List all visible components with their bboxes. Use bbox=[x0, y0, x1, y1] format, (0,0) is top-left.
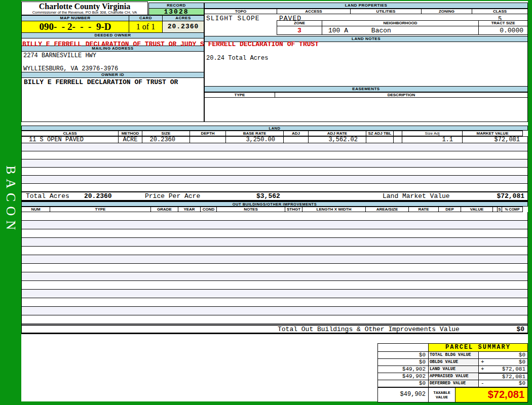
land-row-sz-adj-tbl bbox=[366, 137, 394, 143]
ob-header-sthgt: STHGT bbox=[285, 207, 302, 212]
prior-appraised-value: $49,902 bbox=[377, 373, 429, 380]
land-header-class: CLASS bbox=[21, 131, 119, 136]
county-title: Charlotte County Virginia bbox=[22, 3, 147, 11]
map-number-value: 090- - 2- - - 9-D bbox=[21, 21, 129, 33]
land-header-depth: DEPTH bbox=[189, 131, 226, 136]
easements-title: EASEMENTS bbox=[204, 86, 528, 92]
out-buildings-header: NUM TYPE GRADE YEAR COND NOTES STHGT LEN… bbox=[21, 207, 528, 212]
ob-header-area-size: AREA/SIZE bbox=[365, 207, 409, 212]
land-properties-columns: TOPO ACCESS UTILITIES ZONING CLASS bbox=[204, 9, 528, 14]
ob-header-cond: COND bbox=[200, 207, 217, 212]
land-section-title: LAND bbox=[21, 126, 528, 131]
land-market-value-label: Land Market Value bbox=[383, 192, 450, 200]
land-notes-text: 20.24 Total Acres bbox=[206, 55, 268, 62]
label-obldg-value: OBLDG VALUE bbox=[428, 358, 479, 366]
land-table-header: CLASS METHOD SIZE DEPTH BASE RATE ADJ AD… bbox=[21, 131, 528, 136]
value-land-value: + $72,081 bbox=[478, 366, 528, 373]
ob-header-num: NUM bbox=[21, 207, 50, 212]
amount-deferred-value: $0 bbox=[519, 380, 525, 387]
total-acres-value: 20.2360 bbox=[84, 192, 112, 200]
land-row-method: ACRE bbox=[119, 137, 142, 143]
land-empty-rows bbox=[21, 143, 528, 191]
tract-size-value: 0.0000 bbox=[478, 26, 528, 35]
acres-value: 20.2360 bbox=[162, 21, 204, 33]
land-header-spacer bbox=[393, 131, 402, 136]
amount-total-bldg-value: $0 bbox=[519, 352, 525, 358]
op-land-value: + bbox=[481, 366, 484, 373]
label-total-bldg-value: TOTAL BLDG VALUE bbox=[428, 351, 479, 359]
label-land-value: LAND VALUE bbox=[428, 366, 479, 373]
ob-header-year: YEAR bbox=[178, 207, 201, 212]
property-record-card: BACON Charlotte County Virginia Commissi… bbox=[0, 0, 532, 405]
op-obldg-value: + bbox=[481, 359, 484, 366]
parcel-summary-title: PARCEL SUMMARY bbox=[428, 343, 528, 352]
parcel-summary: PARCEL SUMMARY $0 TOTAL BLDG VALUE $0 $0… bbox=[377, 343, 528, 402]
amount-taxable-value: $72,081 bbox=[455, 387, 528, 402]
total-acres-label: Total Acres bbox=[26, 192, 69, 200]
neighborhood-code: 100 A bbox=[322, 27, 348, 34]
label-taxable-value: TAXABLE VALUE bbox=[428, 387, 455, 402]
out-buildings-total-row: Total Out Buildings & Other Improvements… bbox=[21, 325, 528, 334]
amount-land-value: $72,081 bbox=[502, 366, 525, 373]
land-row-base-rate: 3,250.00 bbox=[226, 137, 284, 143]
land-header-market-value: MARKET VALUE bbox=[462, 131, 523, 136]
neighborhood-name: Bacon bbox=[352, 27, 391, 34]
mailing-address-line2: WYLLIESBURG, VA 23976-3976 bbox=[23, 65, 118, 72]
ob-header-grade: GRADE bbox=[150, 207, 178, 212]
ob-header-notes: NOTES bbox=[216, 207, 285, 212]
value-deferred-value: - $0 bbox=[478, 380, 528, 387]
label-appraised-value: APPRAISED VALUE bbox=[428, 373, 479, 380]
prior-land-value: $49,902 bbox=[377, 366, 429, 373]
value-appraised-value: $72,081 bbox=[478, 373, 528, 380]
land-row-spacer bbox=[394, 137, 402, 143]
out-buildings-empty-rows bbox=[21, 212, 528, 325]
neighborhood-value: 100 A Bacon bbox=[322, 26, 479, 35]
record-value: 13028 bbox=[148, 8, 204, 16]
prior-taxable-value: $49,902 bbox=[377, 387, 429, 402]
op-deferred-value: - bbox=[481, 380, 484, 387]
deeded-owner-header: DEEDED OWNER bbox=[21, 32, 204, 38]
ob-header-type: TYPE bbox=[50, 207, 151, 212]
class-column-header: CLASS bbox=[472, 9, 528, 14]
deeded-owner-value: BILLY E FERRELL DECLARATION OF TRUST OR … bbox=[22, 40, 319, 48]
ob-header-dep: DEP bbox=[438, 207, 461, 212]
zone-value: 3 bbox=[277, 26, 322, 35]
out-buildings-title: OUT BUILDINGS/OTHER IMPROVEMENTS bbox=[21, 201, 528, 207]
amount-obldg-value: $0 bbox=[519, 359, 525, 366]
land-header-adj: ADJ bbox=[283, 131, 309, 136]
land-row-class: 11 S OPEN PAVED bbox=[22, 137, 119, 143]
value-obldg-value: + $0 bbox=[478, 358, 528, 366]
land-header-size: SIZE bbox=[142, 131, 190, 136]
land-header-method: METHOD bbox=[118, 131, 142, 136]
land-header-adj-rate: ADJ RATE bbox=[308, 131, 366, 136]
topo-column-header: TOPO bbox=[204, 9, 277, 14]
mailing-address-line1: 2274 BARNESVILLE HWY bbox=[23, 52, 96, 59]
land-row-depth bbox=[190, 137, 226, 143]
access-column-header: ACCESS bbox=[277, 9, 351, 14]
county-header: Charlotte County Virginia Commissioner o… bbox=[21, 2, 148, 15]
zoning-column-header: ZONING bbox=[421, 9, 472, 14]
out-buildings-total-value: $0 bbox=[516, 326, 524, 333]
prior-obldg-value: $0 bbox=[377, 358, 429, 366]
neighborhood-vertical-label: BACON bbox=[3, 166, 18, 234]
ob-header-pct-comp: % COMP bbox=[502, 207, 523, 212]
easement-type-header: TYPE bbox=[204, 92, 275, 98]
card-content: Charlotte County Virginia Commissioner o… bbox=[21, 1, 528, 401]
ob-header-length-width: LENGTH X WIDTH bbox=[302, 207, 366, 212]
parcel-summary-corner-cell bbox=[377, 343, 429, 352]
label-deferred-value: DEFERRED VALUE bbox=[428, 380, 479, 387]
land-header-sz-adj-tbl: SZ ADJ TBL bbox=[366, 131, 394, 136]
ob-header-value: VALUE bbox=[461, 207, 493, 212]
out-buildings-total-label: Total Out Buildings & Other Improvements… bbox=[278, 326, 460, 333]
land-market-value: $72,081 bbox=[497, 192, 524, 200]
owner-id-value: BILLY E FERRELL DECLARATION OF TRUST OR bbox=[24, 78, 178, 86]
topo-value: SLIGHT SLOPE bbox=[206, 15, 260, 22]
county-subtitle: Commissioner of the Revenue, PO Box 308,… bbox=[22, 11, 147, 15]
price-per-acre-label: Price Per Acre bbox=[145, 192, 200, 200]
land-totals-row: Total Acres 20.2360 Price Per Acre $3,56… bbox=[21, 191, 528, 201]
card-value: 1 of 1 bbox=[129, 21, 163, 33]
land-header-base-rate: BASE RATE bbox=[225, 131, 284, 136]
land-header-size-adj: Size Adj bbox=[402, 131, 463, 136]
land-row-market-value: $72,081 bbox=[463, 137, 522, 143]
easement-description-header: DESCRIPTION bbox=[275, 92, 528, 98]
